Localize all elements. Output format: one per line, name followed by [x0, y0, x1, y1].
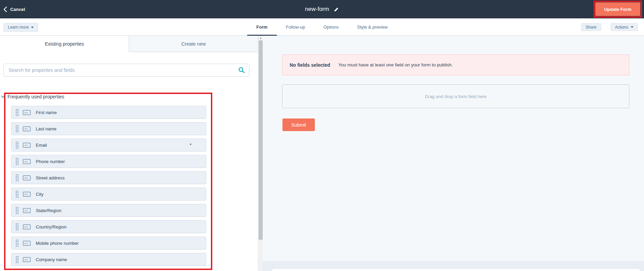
property-item[interactable]: abc Last name [11, 122, 206, 135]
property-item[interactable]: abc Street address [11, 171, 206, 184]
drag-handle-icon[interactable] [16, 174, 19, 182]
text-field-icon-glyph: abc [24, 209, 28, 212]
required-asterisk: * [190, 142, 191, 148]
search-icon[interactable] [239, 67, 245, 73]
property-label: State/Region [36, 208, 191, 213]
tab-existing-properties[interactable]: Existing properties [0, 36, 129, 52]
properties-panel: Existing properties Create new Frequentl… [0, 36, 258, 271]
no-fields-alert: No fields selected You must have at leas… [282, 54, 629, 75]
section-title: Frequently used properties [7, 94, 64, 99]
tab-style-preview-label: Style & preview [357, 25, 388, 30]
text-field-icon: abc [23, 208, 31, 213]
update-form-button[interactable]: Update Form [595, 2, 640, 16]
text-field-icon-glyph: abc [24, 193, 28, 195]
text-field-icon: abc [23, 224, 31, 229]
text-field-icon: abc [23, 143, 31, 148]
panel-tabs: Existing properties Create new [0, 36, 258, 52]
tab-style-preview[interactable]: Style & preview [356, 18, 388, 36]
form-canvas: No fields selected You must have at leas… [263, 36, 644, 271]
property-label: City [36, 192, 191, 197]
property-label: Last name [36, 126, 191, 131]
scrollbar-thumb[interactable] [259, 41, 263, 240]
drag-handle-icon[interactable] [16, 207, 19, 214]
text-field-icon: abc [23, 159, 31, 164]
alert-title: No fields selected [290, 62, 330, 68]
tab-options-label: Options [323, 25, 339, 30]
share-button[interactable]: Share [581, 23, 601, 31]
cancel-label: Cancel [10, 7, 25, 12]
text-field-icon-glyph: abc [24, 258, 28, 261]
cancel-button[interactable]: Cancel [3, 0, 25, 18]
main-tabs: Form Follow-up Options Style & preview [0, 18, 644, 36]
form-title-wrap: new-form [0, 0, 644, 18]
drag-handle-icon[interactable] [16, 141, 19, 149]
tab-follow-up-label: Follow-up [286, 25, 305, 30]
tab-form-label: Form [256, 25, 267, 30]
alert-message: You must have at least one field on your… [338, 62, 453, 67]
app-header: Cancel new-form Update Form [0, 0, 644, 18]
property-item[interactable]: abc Mobile phone number [11, 237, 206, 250]
drag-handle-icon[interactable] [16, 158, 19, 165]
drag-handle-icon[interactable] [16, 256, 19, 264]
drag-handle-icon[interactable] [16, 239, 19, 247]
search-input[interactable] [3, 64, 249, 77]
toolbar-right-actions: Share Actions [581, 23, 638, 31]
edit-pencil-icon[interactable] [334, 7, 339, 12]
dropzone-label: Drag and drop a form field here [425, 94, 487, 99]
text-field-icon-glyph: abc [24, 128, 28, 130]
panel-scrollbar[interactable] [258, 36, 263, 271]
tab-follow-up[interactable]: Follow-up [285, 18, 306, 36]
back-chevron-icon [3, 6, 7, 12]
property-label: Mobile phone number [36, 241, 191, 246]
tab-options[interactable]: Options [323, 18, 339, 36]
tab-form[interactable]: Form [256, 18, 268, 36]
drag-handle-icon[interactable] [16, 190, 19, 198]
chevron-down-icon [1, 95, 5, 98]
scroll-up-button[interactable] [258, 36, 263, 40]
property-item[interactable]: abc Country/Region [11, 220, 206, 233]
field-dropzone[interactable]: Drag and drop a form field here [282, 84, 629, 108]
drag-handle-icon[interactable] [16, 223, 19, 231]
property-item[interactable]: abc Company name [11, 253, 206, 266]
text-field-icon-glyph: abc [24, 144, 28, 146]
actions-label: Actions [615, 25, 628, 30]
text-field-icon-glyph: abc [24, 177, 28, 179]
text-field-icon: abc [23, 110, 31, 115]
submit-button[interactable]: Submit [282, 118, 315, 131]
property-label: Phone number [36, 159, 191, 164]
text-field-icon: abc [23, 126, 31, 131]
property-label: Company name [36, 257, 191, 262]
text-field-icon: abc [23, 192, 31, 197]
form-builder-page: Cancel new-form Update Form Learn more F… [0, 0, 644, 271]
property-item[interactable]: abc Phone number [11, 155, 206, 168]
property-label: First name [36, 110, 191, 115]
property-item[interactable]: abc State/Region [11, 204, 206, 217]
property-item[interactable]: abc Email * [11, 139, 206, 152]
text-field-icon-glyph: abc [24, 160, 28, 163]
scroll-up-arrow-icon [260, 37, 262, 39]
property-label: Email [36, 143, 190, 148]
next-section-card-top [272, 269, 640, 271]
text-field-icon: abc [23, 257, 31, 262]
text-field-icon: abc [23, 175, 31, 180]
property-label: Country/Region [36, 224, 191, 229]
property-label: Street address [36, 175, 191, 180]
text-field-icon-glyph: abc [24, 111, 28, 114]
text-field-icon: abc [23, 241, 31, 246]
property-item[interactable]: abc City [11, 188, 206, 201]
section-frequently-used[interactable]: Frequently used properties [1, 94, 64, 99]
tab-create-new[interactable]: Create new [129, 36, 258, 52]
actions-button[interactable]: Actions [611, 23, 638, 31]
properties-list: abc First name abc Last name [11, 106, 206, 269]
search-wrap [3, 64, 249, 77]
form-title: new-form [305, 6, 329, 13]
toolbar: Learn more Form Follow-up Options Style … [0, 18, 644, 36]
property-item[interactable]: abc First name [11, 106, 206, 119]
text-field-icon-glyph: abc [24, 242, 28, 244]
drag-handle-icon[interactable] [16, 109, 19, 116]
chevron-down-icon [631, 26, 633, 28]
text-field-icon-glyph: abc [24, 226, 28, 228]
drag-handle-icon[interactable] [16, 125, 19, 133]
